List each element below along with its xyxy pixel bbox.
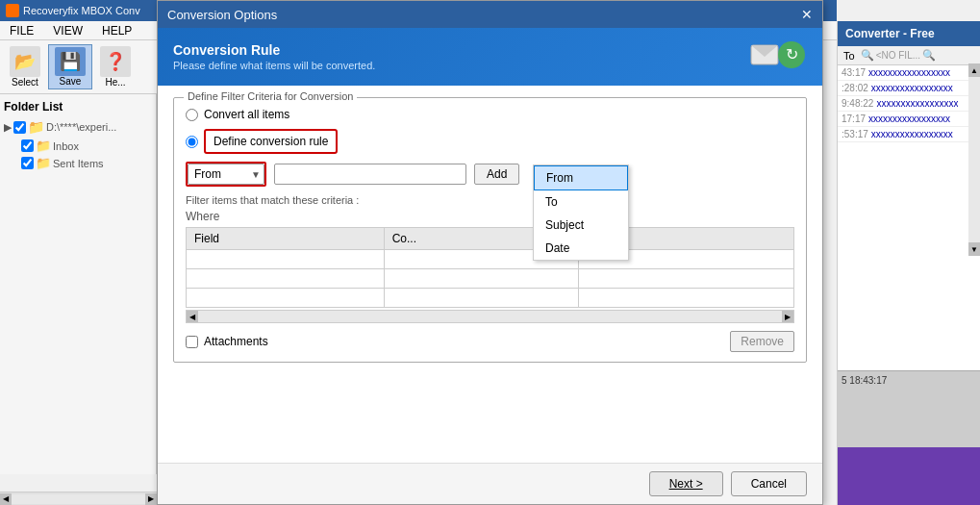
save-label: Save [60, 76, 82, 87]
right-scrollbar[interactable]: ▲ ▼ [968, 63, 980, 256]
menu-help[interactable]: HELP [92, 22, 141, 39]
value-input[interactable] [274, 164, 466, 185]
scroll-left-icon[interactable]: ◀ [187, 311, 198, 322]
filter-placeholder: <NO FIL... [876, 50, 920, 61]
table-row-1 [187, 250, 794, 269]
filter-section: Define Filter Criteria for Conversion Co… [173, 97, 807, 363]
horizontal-scrollbar[interactable]: ◀ ▶ [186, 310, 794, 323]
convert-all-radio[interactable] [186, 109, 198, 121]
svg-text:↻: ↻ [786, 46, 798, 63]
menu-view[interactable]: VIEW [43, 22, 92, 39]
where-row-label: Where [186, 210, 794, 223]
section-legend: Define Filter Criteria for Conversion [184, 90, 357, 102]
app-title: Recoveryfix MBOX Conv [23, 5, 140, 16]
inbox-label: Inbox [53, 140, 79, 152]
preview-area: 5 18:43:17 [838, 370, 980, 447]
dialog-close-button[interactable]: ✕ [801, 8, 813, 21]
to-column-label: To [843, 50, 855, 62]
attachments-checkbox[interactable] [186, 336, 198, 348]
convert-all-row: Convert all items [186, 108, 794, 121]
where-dropdown-wrapper[interactable]: From To Subject Date ▼ [186, 162, 266, 187]
filter-label: Filter items that match these criteria : [186, 194, 794, 206]
scroll-down-btn[interactable]: ▼ [968, 242, 980, 256]
add-button[interactable]: Add [474, 164, 519, 185]
cancel-button[interactable]: Cancel [731, 471, 807, 496]
filter-search-icon: 🔍 [922, 49, 936, 62]
where-select[interactable]: From To Subject Date [188, 164, 264, 185]
sent-items-checkbox[interactable] [21, 157, 34, 169]
table-row-3 [187, 289, 794, 308]
scroll-right-icon[interactable]: ▶ [782, 311, 793, 322]
next-button[interactable]: Next > [649, 471, 723, 496]
menu-file[interactable]: FILE [0, 22, 43, 39]
help-label: He... [105, 77, 125, 88]
sent-items-label: Sent Items [53, 158, 104, 169]
help-button[interactable]: ❓ He... [94, 44, 137, 89]
define-rule-box: Define conversion rule [204, 129, 338, 154]
dialog-header: Conversion Rule Please define what items… [158, 28, 822, 86]
scroll-left-arrow[interactable]: ◀ [0, 493, 12, 505]
dialog-title: Conversion Options [167, 8, 277, 22]
col-field: Field [187, 228, 385, 250]
purple-bar [838, 447, 980, 505]
dialog-footer: Next > Cancel [158, 463, 822, 504]
define-rule-row: Define conversion rule [186, 129, 794, 154]
email-row-4: :53:17 xxxxxxxxxxxxxxxxx [838, 127, 980, 142]
dialog-header-subtitle: Please define what items will be convert… [173, 60, 375, 71]
email-row-3: 17:17 xxxxxxxxxxxxxxxxx [838, 112, 980, 127]
scroll-up-btn[interactable]: ▲ [968, 63, 980, 77]
define-rule-label: Define conversion rule [214, 135, 328, 148]
scroll-right-arrow[interactable]: ▶ [145, 493, 157, 505]
table-row-2 [187, 269, 794, 289]
app-icon [6, 4, 19, 17]
rule-row: From To Subject Date ▼ Add [186, 162, 794, 187]
remove-button[interactable]: Remove [730, 331, 794, 352]
inbox-checkbox[interactable] [21, 139, 34, 152]
where-dropdown-popup[interactable]: From To Subject Date [533, 164, 629, 261]
next-label: Next > [669, 477, 703, 491]
attachments-row: Attachments Remove [186, 331, 794, 352]
dropdown-item-to[interactable]: To [534, 190, 628, 214]
email-row-0: 43:17 xxxxxxxxxxxxxxxxx [838, 65, 980, 81]
dialog-header-title: Conversion Rule [173, 42, 375, 58]
attachments-label: Attachments [204, 335, 268, 348]
search-icon: 🔍 [861, 49, 874, 62]
timestamp: 5 18:43:17 [838, 371, 980, 390]
email-list: 43:17 xxxxxxxxxxxxxxxxx :28:02 xxxxxxxxx… [838, 65, 980, 142]
email-row-2: 9:48:22 xxxxxxxxxxxxxxxxx [838, 96, 980, 112]
save-button[interactable]: 💾 Save [48, 44, 92, 89]
folder-root: ▶ 📁 D:\****\experi... 📁 Inbox 📁 Sent Ite… [4, 119, 152, 170]
folder-list-title: Folder List [4, 100, 152, 114]
dropdown-item-subject[interactable]: Subject [534, 214, 628, 237]
convert-all-label: Convert all items [204, 108, 289, 121]
right-panel-header: Converter - Free [838, 21, 980, 46]
select-label: Select [12, 77, 38, 88]
email-row-1: :28:02 xxxxxxxxxxxxxxxxx [838, 81, 980, 96]
root-checkbox[interactable] [13, 121, 26, 134]
dialog-content: Define Filter Criteria for Conversion Co… [158, 86, 822, 463]
dialog: Conversion Options ✕ Conversion Rule Ple… [157, 0, 823, 505]
dropdown-item-from[interactable]: From [534, 165, 628, 190]
left-scrollbar[interactable]: ◀ ▶ [0, 492, 157, 505]
filter-table: Field Co... Value [186, 227, 794, 308]
select-button[interactable]: 📂 Select [4, 44, 46, 89]
define-rule-radio[interactable] [186, 136, 198, 148]
dialog-titlebar: Conversion Options ✕ [158, 1, 822, 28]
where-placeholder-label: Where [186, 210, 219, 223]
dropdown-item-date[interactable]: Date [534, 237, 628, 260]
header-icon: ↻ [749, 38, 807, 76]
